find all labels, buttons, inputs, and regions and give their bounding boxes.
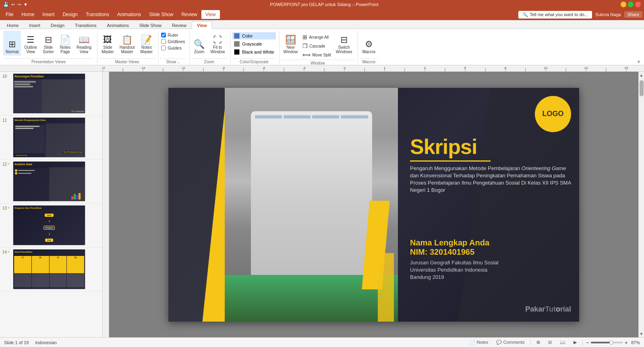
color-options: Color Grayscale Black and White (232, 31, 275, 58)
slide-master-icon: 🖼 (103, 35, 112, 44)
tab-view[interactable]: View (192, 21, 212, 29)
logo-circle: LOGO (535, 96, 571, 132)
ruler-corner (0, 65, 103, 71)
ribbon-group-zoom: 🔍 Zoom ⛶ Fit toWindow Zoom (190, 31, 231, 65)
vertical-scrollbar[interactable]: ▲ ▼ (638, 72, 644, 337)
handout-master-icon: 📋 (122, 35, 133, 44)
slide-thumb-13: Diagram Alur Penelitian Start Process En… (13, 205, 85, 245)
fit-to-window-button[interactable]: ⛶ Fit toWindow (208, 31, 228, 56)
zoom-thumb[interactable] (609, 341, 613, 345)
maximize-button[interactable] (628, 2, 634, 7)
menu-review[interactable]: Review (177, 10, 201, 19)
slide-13-title: Diagram Alur Penelitian (14, 207, 84, 209)
notes-page-button[interactable]: 📄 NotesPage (57, 31, 73, 56)
scroll-up-arrow[interactable]: ▲ (638, 72, 644, 79)
black-white-dot (234, 49, 240, 55)
macros-button[interactable]: ⚙ Macros (360, 31, 378, 56)
status-right-area: 📄 Notes 💬 Comments ⊞ ⊟ 📖 ▶ − + 87% (468, 339, 640, 346)
canvas-row: LOGO Skripsi Pengaruh Menggunakan Metode… (103, 72, 644, 337)
move-split-icon: ⟺ (302, 52, 311, 58)
reading-mode-button[interactable]: 📖 (557, 339, 568, 346)
menu-insert[interactable]: Insert (38, 10, 58, 19)
reading-view-button[interactable]: 📖 ReadingView (74, 31, 94, 56)
notes-master-button[interactable]: 📝 NotesMaster (138, 31, 155, 56)
slideshow-mode-button[interactable]: ▶ (571, 339, 579, 346)
menu-animations[interactable]: Animations (113, 10, 145, 19)
new-window-button[interactable]: 🪟 NewWindow (281, 31, 300, 56)
slide-item-11[interactable]: 11 Metode Pengumpulan Data Dokumentasi T… (0, 116, 102, 160)
move-split-button[interactable]: ⟺ Move Split (301, 51, 333, 59)
status-separator (530, 340, 531, 345)
comments-icon: 💬 (496, 340, 502, 345)
slide-master-button[interactable]: 🖼 SlideMaster (99, 31, 116, 56)
color-option[interactable]: Color (232, 32, 275, 39)
tab-review[interactable]: Review (167, 21, 192, 29)
search-icon: 🔍 (522, 12, 528, 17)
gridlines-checkbox[interactable]: Gridlines (160, 39, 186, 44)
slide-subtitle: Pengaruh Menggunakan Metode Pembelajaran… (410, 165, 571, 194)
redo-icon[interactable]: ↪ (17, 2, 21, 7)
outline-view-icon: ☰ (27, 35, 35, 44)
master-views-label: Master Views (99, 58, 155, 65)
slide-item-12[interactable]: 12 ★ Analisis Data (0, 160, 102, 204)
ruler-h-canvas (103, 65, 644, 71)
share-button[interactable]: Share (624, 11, 642, 18)
tab-design[interactable]: Design (46, 21, 70, 29)
zoom-percent[interactable]: 87% (631, 340, 640, 345)
guides-checkbox[interactable]: Guides (160, 45, 186, 51)
slide-item-13[interactable]: 13 ★ Diagram Alur Penelitian Start Proce… (0, 204, 102, 247)
switch-windows-button[interactable]: ⊟ SwitchWindows (333, 31, 355, 56)
tab-home[interactable]: Home (2, 21, 24, 29)
tab-slideshow[interactable]: Slide Show (134, 21, 167, 29)
menu-view[interactable]: View (201, 10, 220, 19)
normal-view-button[interactable]: ⊞ Normal (3, 31, 21, 56)
tab-animations[interactable]: Animations (102, 21, 134, 29)
zoom-button[interactable]: 🔍 Zoom (191, 31, 207, 56)
menu-file[interactable]: File (2, 10, 17, 19)
slide-item-10[interactable]: 10 Rancangan Penelitian Pro Lapangan (0, 72, 102, 116)
zoom-in-button[interactable]: + (625, 339, 628, 346)
window-buttons: 🪟 NewWindow ⊞ Arrange All ❐ Cascade ⟺ Mo… (281, 31, 355, 59)
menu-home[interactable]: Home (17, 10, 38, 19)
menu-bar: File Home Insert Design Transitions Anim… (0, 9, 644, 20)
cascade-button[interactable]: ❐ Cascade (301, 42, 333, 50)
tab-insert[interactable]: Insert (24, 21, 46, 29)
normal-mode-button[interactable]: ⊞ (534, 339, 543, 346)
minimize-button[interactable] (621, 2, 626, 7)
zoom-label: Zoom (191, 58, 228, 65)
outline-view-button[interactable]: ☰ OutlineView (22, 31, 39, 56)
comments-status-button[interactable]: 💬 Comments (494, 339, 527, 346)
zoom-out-button[interactable]: − (586, 339, 589, 346)
menu-design[interactable]: Design (58, 10, 81, 19)
menu-right-area: 🔍 Tell me what you want to do... Sukma N… (518, 11, 642, 19)
scroll-thumb-v[interactable] (640, 80, 644, 96)
grayscale-option[interactable]: Grayscale (232, 40, 275, 48)
slide-sorter-button[interactable]: ⊟ SlideSorter (40, 31, 56, 56)
customize-qat-icon[interactable]: ▼ (23, 2, 28, 7)
macros-buttons: ⚙ Macros (360, 31, 378, 58)
black-white-option[interactable]: Black and White (232, 48, 275, 56)
ribbon-content: ⊞ Normal ☰ OutlineView ⊟ SlideSorter 📄 N… (0, 29, 644, 65)
ruler-checkbox[interactable]: Ruler (160, 32, 186, 38)
handout-master-button[interactable]: 📋 HandoutMaster (117, 31, 137, 56)
tab-transitions[interactable]: Transitions (70, 21, 101, 29)
slide-item-14[interactable]: 14 ★ Hasil Penelitian 75 58 79 88 (0, 247, 102, 291)
slide-number-14: 14 ★ (2, 249, 10, 254)
arrange-all-button[interactable]: ⊞ Arrange All (301, 33, 333, 41)
save-icon[interactable]: 💾 (3, 2, 9, 7)
close-button[interactable] (635, 2, 641, 7)
normal-view-icon: ⊞ (8, 40, 16, 49)
tell-me-input[interactable]: 🔍 Tell me what you want to do... (518, 11, 592, 19)
undo-icon[interactable]: ↩ (11, 2, 15, 7)
scroll-down-arrow[interactable]: ▼ (638, 330, 644, 337)
slide-sorter-mode-button[interactable]: ⊟ (546, 339, 554, 346)
zoom-bar[interactable] (591, 342, 623, 343)
presentation-views-buttons: ⊞ Normal ☰ OutlineView ⊟ SlideSorter 📄 N… (3, 31, 94, 58)
menu-transitions[interactable]: Transitions (82, 10, 113, 19)
ribbon-group-master-views: 🖼 SlideMaster 📋 HandoutMaster 📝 NotesMas… (97, 31, 159, 65)
presentation-views-label: Presentation Views (3, 58, 94, 65)
master-views-buttons: 🖼 SlideMaster 📋 HandoutMaster 📝 NotesMas… (99, 31, 155, 58)
menu-slideshow[interactable]: Slide Show (145, 10, 177, 19)
notes-status-button[interactable]: 📄 Notes (468, 339, 491, 346)
ribbon-collapse-button[interactable]: ▲ (635, 57, 642, 65)
